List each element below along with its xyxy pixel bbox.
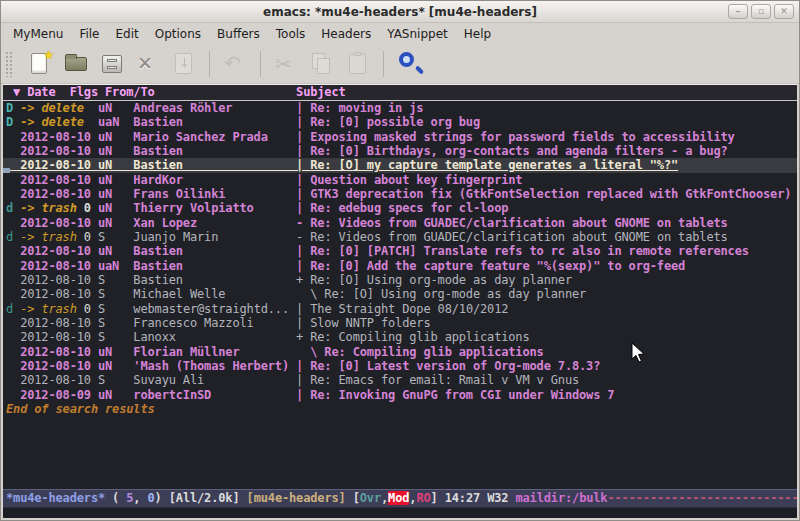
new-file-icon[interactable]: ★: [25, 49, 55, 79]
window-controls: – ▫ ✕: [728, 4, 794, 19]
message-row[interactable]: 2012-08-10 uN Mario Sanchez Prada | Expo…: [3, 130, 797, 144]
minimize-icon: –: [736, 7, 741, 16]
modeline-segment-plain: ) [All/2.0k]: [155, 491, 247, 505]
message-row[interactable]: 2012-08-10 uN Bastien | Re: [O] my captu…: [3, 158, 797, 172]
modeline-segment-dashes: ----------------------------------------: [607, 491, 797, 505]
close-button[interactable]: ✕: [774, 4, 794, 19]
menu-item-tools[interactable]: Tools: [268, 24, 314, 44]
message-row[interactable]: D -> delete uN Andreas Röhler | Re: movi…: [3, 101, 797, 115]
message-row[interactable]: 2012-08-10 S Francesco Mazzoli | Slow NN…: [3, 316, 797, 330]
toolbar-separator: [260, 51, 261, 77]
message-row[interactable]: d -> trash 0 S Juanjo Marin - Re: Videos…: [3, 230, 797, 244]
modeline-segment-mod: Mod: [388, 491, 409, 505]
open-folder-icon[interactable]: [61, 49, 91, 79]
copy-icon: [307, 49, 337, 79]
menu-bar: MyMenuFileEditOptionsBuffersToolsHeaders…: [1, 23, 799, 45]
message-row[interactable]: 2012-08-10 S Bastien + Re: [O] Using org…: [3, 273, 797, 287]
modeline-segment-plain: (: [105, 491, 126, 505]
menu-item-yasnippet[interactable]: YASnippet: [379, 24, 456, 44]
modeline-segment-plain: ]: [431, 491, 445, 505]
modeline-segment-plain: [: [346, 491, 360, 505]
header-line[interactable]: ▼ Date Flgs From/To Subject: [3, 84, 797, 101]
toolbar-separator: [209, 51, 210, 77]
menu-item-edit[interactable]: Edit: [108, 24, 147, 44]
close-buffer-icon[interactable]: ✕: [133, 49, 163, 79]
message-row[interactable]: 2012-08-10 uN Xan Lopez - Re: Videos fro…: [3, 216, 797, 230]
message-row[interactable]: d -> trash 0 uN Thierry Volpiatto | Re: …: [3, 201, 797, 215]
minimize-button[interactable]: –: [728, 4, 748, 19]
save-icon[interactable]: [97, 49, 127, 79]
toolbar-separator: [383, 51, 384, 77]
save-as-icon: ↓: [169, 49, 199, 79]
buffer-empty-space: [3, 417, 797, 489]
message-row[interactable]: 2012-08-10 uN Bastien | Re: [0] Birthday…: [3, 144, 797, 158]
modeline-segment-buffer: *mu4e-headers*: [6, 491, 105, 505]
message-row[interactable]: d -> trash 0 S webmaster@straightd... | …: [3, 302, 797, 316]
modeline-segment-num-blue: 0: [148, 491, 155, 505]
echo-area: [3, 508, 797, 518]
menu-item-mymenu[interactable]: MyMenu: [5, 24, 71, 44]
modeline-segment-plain: 14:27 W32: [445, 491, 516, 505]
message-row[interactable]: 2012-08-10 uN Florian Müllner \ Re: Comp…: [3, 345, 797, 359]
message-row[interactable]: 2012-08-10 uaN Bastien | Re: [0] Add the…: [3, 259, 797, 273]
cut-icon: ✂: [271, 49, 301, 79]
message-row[interactable]: 2012-08-10 S Suvayu Ali | Re: Emacs for …: [3, 373, 797, 387]
emacs-window: emacs: *mu4e-headers* [mu4e-headers] – ▫…: [0, 0, 800, 521]
message-list: D -> delete uN Andreas Röhler | Re: movi…: [3, 101, 797, 402]
modeline-segment-plain: ,: [133, 491, 147, 505]
mu4e-headers-buffer[interactable]: ▼ Date Flgs From/To Subject D -> delete …: [3, 84, 797, 518]
paste-icon: [343, 49, 373, 79]
message-row[interactable]: 2012-08-10 uN Bastien | Re: [0] [PATCH] …: [3, 244, 797, 258]
maximize-button[interactable]: ▫: [751, 4, 771, 19]
toolbar: ★✕↓↶✂: [1, 45, 799, 84]
menu-item-headers[interactable]: Headers: [313, 24, 379, 44]
modeline-segment-teal: Ovr: [360, 491, 381, 505]
message-row[interactable]: 2012-08-10 uN Frans Oilinki | GTK3 depre…: [3, 187, 797, 201]
window-title: emacs: *mu4e-headers* [mu4e-headers]: [263, 5, 537, 19]
mouse-cursor: [631, 342, 646, 364]
mode-line: *mu4e-headers* ( 5, 0) [All/2.0k] [mu4e-…: [3, 489, 797, 508]
fringe-indicator: [3, 168, 10, 173]
modeline-segment-ro: RO: [416, 491, 430, 505]
message-row[interactable]: 2012-08-10 S Lanoxx + Re: Compiling glib…: [3, 330, 797, 344]
maximize-icon: ▫: [758, 7, 764, 16]
menu-item-help[interactable]: Help: [456, 24, 499, 44]
end-of-results: End of search results: [3, 402, 797, 417]
search-icon[interactable]: [394, 49, 424, 79]
message-row[interactable]: 2012-08-10 uN HardKor | Question about k…: [3, 173, 797, 187]
message-row[interactable]: 2012-08-09 uN robertcInSD | Re: Invoking…: [3, 388, 797, 402]
toolbar-grip[interactable]: [5, 51, 14, 77]
modeline-segment-tan: [mu4e-headers]: [247, 491, 346, 505]
close-icon: ✕: [780, 7, 788, 16]
menu-item-buffers[interactable]: Buffers: [209, 24, 268, 44]
menu-item-options[interactable]: Options: [147, 24, 209, 44]
modeline-segment-path: maildir:/bulk: [515, 491, 607, 505]
titlebar[interactable]: emacs: *mu4e-headers* [mu4e-headers] – ▫…: [1, 1, 799, 23]
menu-item-file[interactable]: File: [71, 24, 107, 44]
message-row[interactable]: D -> delete uaN Bastien | Re: [0] possib…: [3, 115, 797, 129]
undo-icon: ↶: [220, 49, 250, 79]
message-row[interactable]: 2012-08-10 S Michael Welle \ Re: [O] Usi…: [3, 287, 797, 301]
message-row[interactable]: 2012-08-10 uN 'Mash (Thomas Herbert) | R…: [3, 359, 797, 373]
